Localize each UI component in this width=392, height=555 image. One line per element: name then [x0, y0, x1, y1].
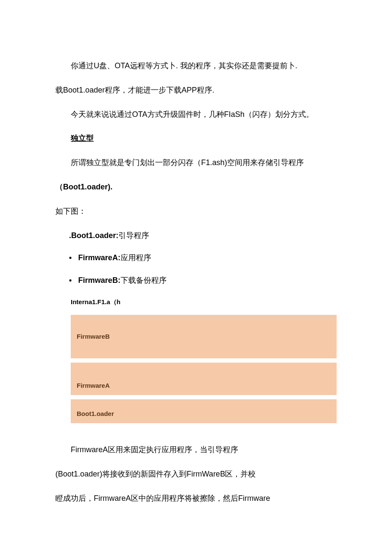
list-item-label: .Boot1.oader:	[69, 231, 118, 240]
flash-bar-bootloader: Boot1.oader	[71, 399, 337, 423]
bullet-icon: •	[69, 252, 78, 264]
paragraph-1-line-1: 你通过U盘、OTA远程等方式卜. 我的程序，其实你还是需要提前卜.	[55, 60, 337, 72]
paragraph-5-line-1: FirmwareA区用来固定执行应用程序，当引导程序	[55, 444, 337, 456]
paragraph-5-line-3: 瞪成功后，FirmwareA区中的应用程序将被擦除，然后Firmware	[55, 492, 337, 505]
text-run: 你通过U盘、OTA远程等方式卜. 我的程序，其实你还是需要提前卜.	[71, 61, 297, 70]
list-item-label: FirmwareA:	[78, 253, 121, 262]
list-item-bootloader: .Boot1.oader:引导程序	[69, 230, 337, 242]
paragraph-1-line-2: 载Boot1.oader程序，才能进一步下载APP程序.	[55, 84, 337, 96]
paragraph-3-line-1: 所谓独立型就是专门划出一部分闪存（F1.ash)空间用来存储引导程序	[55, 157, 337, 169]
bullet-icon: •	[69, 274, 78, 287]
list-item-text: 应用程序	[121, 253, 151, 262]
heading-independent: 独立型	[71, 132, 337, 145]
bullet-list: .Boot1.oader:引导程序 •FirmwareA:应用程序 •Firmw…	[69, 230, 337, 287]
list-item-firmware-a: •FirmwareA:应用程序	[69, 252, 337, 264]
list-item-firmware-b: •FirmwareB:下载备份程序	[69, 274, 337, 287]
text-run: FirmwareA区用来固定执行应用程序，当引导程序	[71, 445, 238, 454]
flash-bar-firmware-a: FirmwareA	[71, 363, 337, 395]
text-run: 载Boot1.oader程序，才能进一步下载APP程序.	[55, 86, 214, 94]
diagram-title-text: Interna1.F1.a（h	[71, 298, 121, 305]
paragraph-3-line-2: （Boot1.oader).	[55, 181, 337, 193]
flash-bar-firmware-b: FirmwareB	[71, 315, 337, 358]
flash-bar-label: Boot1.oader	[77, 409, 114, 419]
text-run: （Boot1.oader).	[55, 183, 112, 191]
list-item-text: 引导程序	[118, 231, 149, 240]
list-item-text: 下载备份程序	[121, 276, 167, 285]
flash-bar-label: FirmwareB	[77, 331, 110, 342]
paragraph-4: 如下图：	[55, 205, 337, 218]
text-run: (Boot1.oader)将接收到的新固件存入到FirmWareB区，并校	[55, 470, 256, 478]
flash-diagram-title: Interna1.F1.a（h	[71, 297, 337, 307]
flash-bar-label: FirmwareA	[77, 381, 110, 391]
paragraph-5-line-2: (Boot1.oader)将接收到的新固件存入到FirmWareB区，并校	[55, 468, 337, 480]
paragraph-2: 今天就来说说通过OTA方式升级固件时，几种FIaSh（闪存）划分方式。	[55, 108, 337, 121]
list-item-label: FirmwareB:	[78, 276, 121, 285]
text-run: 今天就来说说通过OTA方式升级固件时，几种FIaSh（闪存）划分方式。	[71, 110, 314, 119]
text-run: 如下图：	[55, 207, 86, 215]
text-run: 所谓独立型就是专门划出一部分闪存（F1.ash)空间用来存储引导程序	[71, 158, 304, 167]
text-run: 瞪成功后，FirmwareA区中的应用程序将被擦除，然后Firmware	[55, 494, 270, 503]
heading-text: 独立型	[71, 134, 94, 142]
